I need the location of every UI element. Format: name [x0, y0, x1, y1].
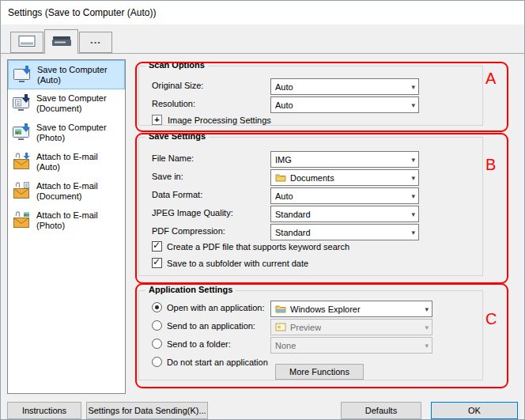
email-document-icon	[11, 181, 32, 202]
subfolder-label: Save to a subfolder with current date	[167, 259, 308, 268]
send-folder-radio[interactable]	[152, 339, 162, 349]
plus-icon: +	[154, 116, 159, 123]
email-auto-icon	[11, 152, 32, 172]
jpeg-quality-select[interactable]: Standard ▾	[270, 206, 419, 222]
tab-basic-scan[interactable]	[10, 32, 43, 53]
sidebar-item-email-auto[interactable]: Attach to E-mail (Auto)	[8, 148, 125, 177]
computer-photo-icon	[11, 123, 32, 143]
pdf-compression-value: Standard	[275, 228, 311, 237]
subfolder-check-row: ✓ Save to a subfolder with current date	[152, 258, 308, 268]
data-format-label: Data Format:	[152, 190, 202, 199]
jpeg-quality-label: JPEG Image Quality:	[152, 208, 233, 218]
subfolder-checkbox[interactable]: ✓	[152, 258, 162, 268]
sidebar-item-label: Save to Computer (Document)	[36, 93, 107, 114]
chevron-down-icon: ▾	[411, 101, 415, 109]
resolution-value: Auto	[275, 100, 293, 110]
sidebar-item-label: Attach to E-mail (Photo)	[36, 210, 98, 231]
sidebar-item-label: Attach to E-mail (Auto)	[36, 152, 98, 172]
sidebar-item-email-photo[interactable]: Attach to E-mail (Photo)	[8, 206, 125, 236]
open-with-radio-row: Open with an application:	[152, 302, 265, 312]
ok-button[interactable]: OK	[431, 402, 518, 419]
send-folder-radio-row: Send to a folder:	[152, 339, 231, 349]
settings-dialog: Settings (Save to Computer (Auto)) ... S…	[0, 0, 525, 420]
save-settings-title: Save Settings	[145, 131, 209, 141]
open-with-value: Windows Explorer	[290, 305, 361, 314]
sidebar: Save to Computer (Auto) Save to Computer…	[7, 59, 126, 394]
resolution-select[interactable]: Auto ▾	[270, 96, 419, 113]
send-app-radio[interactable]	[152, 320, 162, 331]
computer-auto-icon	[12, 65, 32, 85]
send-app-select: Preview ▾	[270, 319, 432, 335]
checkmark-icon: ✓	[153, 256, 161, 267]
pdf-compression-select[interactable]: Standard ▾	[270, 224, 419, 240]
sidebar-item-save-computer-auto[interactable]: Save to Computer (Auto)	[8, 60, 125, 89]
chevron-down-icon: ▾	[411, 174, 415, 182]
tab-more[interactable]: ...	[79, 32, 112, 53]
send-app-value: Preview	[290, 323, 321, 332]
send-folder-value: None	[275, 341, 296, 350]
more-functions-button[interactable]: More Functions	[275, 364, 364, 380]
sidebar-item-label: Save to Computer (Photo)	[36, 123, 107, 143]
jpeg-quality-value: Standard	[275, 210, 311, 219]
pdf-keyword-label: Create a PDF file that supports keyword …	[167, 242, 349, 252]
application-settings-group: Application Settings Open with an applic…	[138, 290, 483, 380]
pdf-compression-label: PDF Compression:	[152, 226, 225, 236]
window-frame-icon	[18, 35, 36, 50]
sidebar-item-label: Attach to E-mail (Document)	[36, 181, 98, 202]
ellipsis-icon: ...	[90, 37, 101, 48]
chevron-down-icon: ▾	[411, 229, 415, 236]
send-app-radio-row: Send to an application:	[152, 320, 255, 331]
open-with-label: Open with an application:	[167, 303, 265, 312]
sidebar-item-save-computer-document[interactable]: Save to Computer (Document)	[8, 89, 125, 119]
titlebar: Settings (Save to Computer (Auto))	[1, 1, 524, 25]
image-processing-expander[interactable]: +	[152, 115, 162, 125]
computer-document-icon	[11, 93, 32, 114]
defaults-button[interactable]: Defaults	[341, 402, 421, 419]
chevron-down-icon: ▾	[411, 192, 415, 200]
resolution-label: Resolution:	[152, 99, 195, 108]
sidebar-item-label: Save to Computer (Auto)	[37, 65, 108, 85]
annotation-letter-a: A	[485, 70, 496, 86]
open-with-radio[interactable]	[152, 302, 162, 312]
data-format-select[interactable]: Auto ▾	[270, 187, 419, 204]
save-settings-group: Save Settings File Name: IMG ▾ Save in: …	[138, 137, 483, 276]
image-processing-label: Image Processing Settings	[168, 115, 271, 125]
original-size-label: Original Size:	[152, 81, 203, 90]
chevron-down-icon: ▾	[411, 83, 415, 91]
tab-scanner-settings[interactable]	[44, 29, 78, 54]
pdf-keyword-checkbox[interactable]: ✓	[152, 241, 162, 252]
file-name-value: IMG	[275, 155, 292, 165]
open-with-select[interactable]: Windows Explorer ▾	[270, 301, 432, 317]
folder-icon	[275, 173, 286, 182]
save-in-label: Save in:	[152, 172, 183, 181]
original-size-select[interactable]: Auto ▾	[270, 78, 419, 95]
file-name-select[interactable]: IMG ▾	[270, 151, 419, 168]
scan-options-group: Scan Options Original Size: Auto ▾ Resol…	[138, 66, 483, 126]
scan-options-title: Scan Options	[145, 60, 208, 70]
instructions-button[interactable]: Instructions	[7, 402, 81, 419]
chevron-down-icon: ▾	[411, 156, 415, 164]
tab-strip-divider	[1, 53, 524, 54]
file-name-label: File Name:	[152, 153, 194, 163]
sidebar-item-email-document[interactable]: Attach to E-mail (Document)	[8, 177, 125, 206]
chevron-down-icon: ▾	[411, 210, 415, 218]
send-app-label: Send to an application:	[167, 321, 255, 331]
sidebar-item-save-computer-photo[interactable]: Save to Computer (Photo)	[8, 119, 125, 148]
save-in-select[interactable]: Documents ▾	[270, 169, 419, 186]
checkmark-icon: ✓	[153, 240, 161, 251]
data-sending-settings-button[interactable]: Settings for Data Sending(K)...	[86, 402, 208, 419]
chevron-down-icon: ▾	[425, 342, 429, 350]
chevron-down-icon: ▾	[425, 324, 429, 331]
annotation-letter-b: B	[485, 157, 496, 172]
send-folder-select: None ▾	[270, 337, 432, 354]
original-size-value: Auto	[275, 82, 293, 92]
preview-app-icon	[275, 323, 286, 331]
no-app-radio[interactable]	[152, 357, 162, 367]
windows-explorer-icon	[275, 305, 286, 313]
email-photo-icon	[11, 210, 32, 231]
pdf-keyword-check-row: ✓ Create a PDF file that supports keywor…	[152, 241, 349, 252]
chevron-down-icon: ▾	[425, 305, 429, 313]
annotation-letter-c: C	[485, 311, 497, 327]
send-folder-label: Send to a folder:	[167, 339, 231, 349]
window-title: Settings (Save to Computer (Auto))	[8, 7, 156, 18]
